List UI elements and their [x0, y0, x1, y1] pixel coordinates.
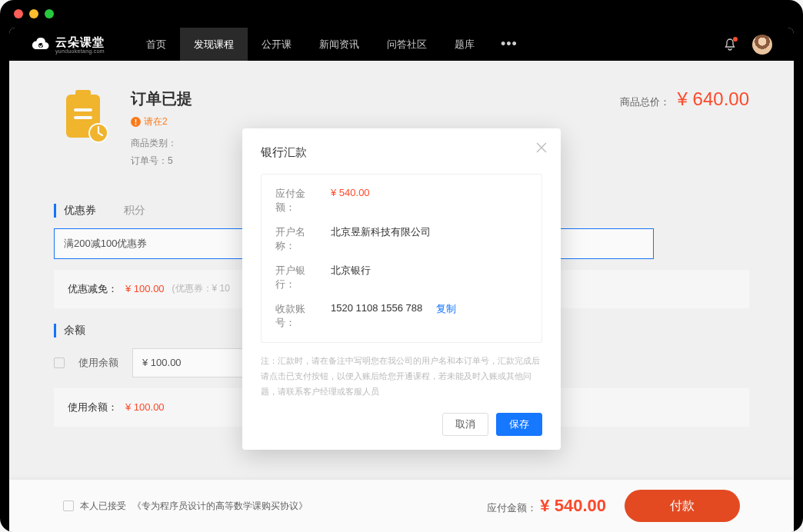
modal-account-name-label: 开户名称： [275, 225, 323, 253]
window-minimize[interactable] [29, 9, 38, 18]
cancel-button[interactable]: 取消 [442, 413, 488, 436]
notifications-button[interactable] [723, 38, 737, 52]
window-close[interactable] [14, 9, 23, 18]
nav-news[interactable]: 新闻资讯 [305, 28, 373, 61]
bank-transfer-modal: 银行汇款 应付金额： ¥ 540.00 开户名称： 北京昱新科技有限公司 开户银… [242, 128, 561, 450]
window-title-bar [0, 0, 803, 28]
logo-text: 云朵课堂 [55, 35, 105, 50]
notification-dot [733, 37, 738, 42]
copy-account-button[interactable]: 复制 [436, 302, 456, 330]
save-button[interactable]: 保存 [496, 413, 542, 436]
modal-bank-label: 开户银行： [275, 264, 323, 291]
logo-subtitle: yunduoketang.com [55, 48, 105, 54]
modal-title: 银行汇款 [261, 145, 542, 160]
close-icon [536, 142, 547, 153]
modal-bank-value: 北京银行 [331, 264, 371, 291]
nav-discover-courses[interactable]: 发现课程 [180, 28, 248, 61]
nav-home[interactable]: 首页 [132, 28, 180, 61]
window-maximize[interactable] [45, 9, 54, 18]
cloud-logo-icon [31, 35, 51, 54]
nav-more[interactable]: ••• [488, 36, 530, 52]
modal-account-name-value: 北京昱新科技有限公司 [331, 225, 431, 253]
nav-qa[interactable]: 问答社区 [373, 28, 441, 61]
user-avatar[interactable] [752, 35, 772, 55]
top-navigation: 云朵课堂 yunduoketang.com 首页 发现课程 公开课 新闻资讯 问… [9, 28, 794, 61]
modal-account-no-label: 收款账号： [275, 302, 323, 330]
logo[interactable]: 云朵课堂 yunduoketang.com [31, 35, 105, 54]
modal-note: 注：汇款时，请在备注中写明您在我公司的用户名和本订单号，汇款完成后请点击已支付按… [261, 354, 542, 399]
modal-amount-value: ¥ 540.00 [331, 187, 370, 214]
nav-bank[interactable]: 题库 [441, 28, 488, 61]
modal-close-button[interactable] [536, 142, 547, 156]
modal-account-no-value: 1520 1108 1556 788 [331, 302, 422, 330]
modal-amount-label: 应付金额： [275, 187, 323, 214]
nav-open-courses[interactable]: 公开课 [248, 28, 305, 61]
